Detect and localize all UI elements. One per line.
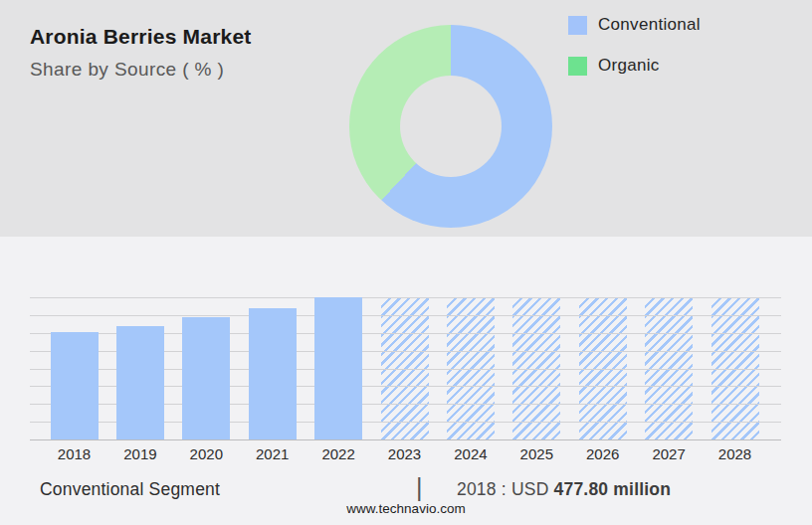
x-tick-label-2020: 2020	[173, 445, 239, 462]
legend-item-conventional: Conventional	[568, 15, 701, 35]
x-tick-label-2021: 2021	[240, 445, 305, 462]
website-label: www.technavio.com	[0, 501, 812, 516]
gridline	[30, 315, 781, 316]
bar-plot: 2018201920202021202220232024202520262027…	[30, 297, 781, 439]
bar-2019	[116, 326, 164, 439]
x-tick-label-2025: 2025	[504, 445, 569, 462]
base-year-value: 2018 : USD 477.80 million	[457, 479, 671, 500]
bar-2018	[51, 332, 99, 439]
segment-label: Conventional Segment	[40, 479, 220, 500]
x-tick-label-2019: 2019	[107, 445, 173, 462]
base-year-value-prefix: 2018 : USD	[457, 479, 554, 499]
x-axis-line	[30, 439, 781, 440]
bar-2021	[249, 308, 297, 439]
page-title: Aronia Berries Market	[30, 24, 251, 50]
x-tick-label-2028: 2028	[703, 445, 768, 462]
x-tick-label-2027: 2027	[636, 445, 702, 462]
x-tick-label-2026: 2026	[570, 445, 636, 462]
donut-chart-wrap	[349, 25, 552, 228]
caption-separator: |	[416, 473, 423, 502]
share-by-source-panel: Aronia Berries Market Share by Source ( …	[0, 0, 812, 237]
donut-hole	[400, 76, 502, 177]
legend-item-organic: Organic	[568, 56, 701, 76]
header: Aronia Berries Market Share by Source ( …	[30, 24, 251, 81]
x-tick-label-2018: 2018	[42, 445, 107, 462]
page-subtitle: Share by Source ( % )	[30, 58, 251, 81]
legend-label-conventional: Conventional	[598, 15, 701, 35]
organic-swatch-icon	[568, 57, 587, 76]
conventional-swatch-icon	[568, 16, 587, 35]
bar-2020	[182, 317, 230, 439]
x-tick-label-2023: 2023	[372, 445, 438, 462]
market-size-panel: 2018201920202021202220232024202520262027…	[0, 237, 812, 525]
legend-label-organic: Organic	[598, 56, 660, 76]
x-tick-label-2024: 2024	[438, 445, 504, 462]
base-year-value-bold: 477.80 million	[554, 479, 672, 499]
legend: Conventional Organic	[568, 15, 701, 96]
gridline	[30, 297, 781, 298]
x-tick-label-2022: 2022	[305, 445, 371, 462]
bar-2022	[314, 297, 362, 439]
